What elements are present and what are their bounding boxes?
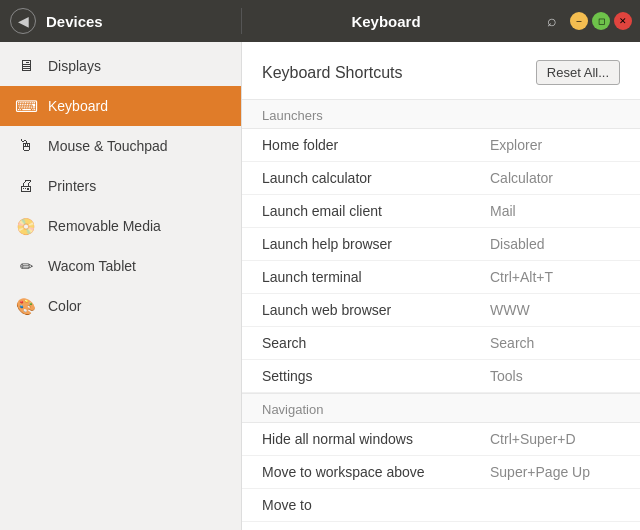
sidebar-item-keyboard[interactable]: ⌨Keyboard (0, 86, 241, 126)
shortcut-key: WWW (490, 302, 620, 318)
shortcut-key: Tools (490, 368, 620, 384)
shortcut-name: Settings (262, 368, 490, 384)
sidebar-label-removable: Removable Media (48, 218, 161, 234)
shortcuts-table: LaunchersHome folderExplorerLaunch calcu… (242, 99, 640, 522)
sidebar-item-printers[interactable]: 🖨Printers (0, 166, 241, 206)
minimize-button[interactable]: – (570, 12, 588, 30)
shortcut-row[interactable]: Launch help browserDisabled (242, 228, 640, 261)
shortcut-row[interactable]: SearchSearch (242, 327, 640, 360)
minimize-icon: – (576, 16, 581, 26)
close-icon: ✕ (619, 16, 627, 26)
sidebar-item-removable[interactable]: 📀Removable Media (0, 206, 241, 246)
mouse-icon: 🖱 (16, 136, 36, 156)
shortcut-key: Mail (490, 203, 620, 219)
shortcut-key: Search (490, 335, 620, 351)
titlebar-center: Keyboard (242, 13, 530, 30)
shortcut-name: Move to (262, 497, 490, 513)
color-icon: 🎨 (16, 296, 36, 316)
shortcut-row[interactable]: Hide all normal windowsCtrl+Super+D (242, 423, 640, 456)
shortcut-row[interactable]: Launch calculatorCalculator (242, 162, 640, 195)
section-header-launchers: Launchers (242, 99, 640, 129)
displays-icon: 🖥 (16, 56, 36, 76)
shortcut-key: Ctrl+Super+D (490, 431, 620, 447)
shortcut-row[interactable]: Move to (242, 489, 640, 522)
shortcut-name: Launch help browser (262, 236, 490, 252)
titlebar: ◀ Devices Keyboard ⌕ – ◻ ✕ (0, 0, 640, 42)
sidebar-item-wacom[interactable]: ✏Wacom Tablet (0, 246, 241, 286)
shortcut-name: Launch calculator (262, 170, 490, 186)
keyboard-icon: ⌨ (16, 96, 36, 116)
shortcut-key: Disabled (490, 236, 620, 252)
shortcut-name: Search (262, 335, 490, 351)
search-button[interactable]: ⌕ (538, 7, 566, 35)
shortcut-row[interactable]: Home folderExplorer (242, 129, 640, 162)
maximize-button[interactable]: ◻ (592, 12, 610, 30)
content-title: Keyboard Shortcuts (262, 64, 403, 82)
shortcut-name: Launch terminal (262, 269, 490, 285)
reset-all-button[interactable]: Reset All... (536, 60, 620, 85)
shortcut-row[interactable]: Launch email clientMail (242, 195, 640, 228)
content-area: Keyboard Shortcuts Reset All... Launcher… (242, 42, 640, 530)
sidebar-item-mouse[interactable]: 🖱Mouse & Touchpad (0, 126, 241, 166)
section-title: Devices (46, 13, 103, 30)
center-title: Keyboard (351, 13, 420, 30)
wacom-icon: ✏ (16, 256, 36, 276)
shortcut-key: Super+Page Up (490, 464, 620, 480)
shortcut-name: Move to workspace above (262, 464, 490, 480)
sidebar-label-displays: Displays (48, 58, 101, 74)
shortcut-key: Calculator (490, 170, 620, 186)
close-button[interactable]: ✕ (614, 12, 632, 30)
sidebar-label-keyboard: Keyboard (48, 98, 108, 114)
main-layout: 🖥Displays⌨Keyboard🖱Mouse & Touchpad🖨Prin… (0, 42, 640, 530)
shortcut-key: Ctrl+Alt+T (490, 269, 620, 285)
shortcut-name: Home folder (262, 137, 490, 153)
back-button[interactable]: ◀ (10, 8, 36, 34)
maximize-icon: ◻ (598, 16, 605, 26)
shortcut-name: Launch email client (262, 203, 490, 219)
section-header-navigation: Navigation (242, 393, 640, 423)
printers-icon: 🖨 (16, 176, 36, 196)
sidebar-item-color[interactable]: 🎨Color (0, 286, 241, 326)
back-icon: ◀ (18, 13, 29, 29)
titlebar-left: ◀ Devices (0, 8, 242, 34)
shortcut-row[interactable]: Launch web browserWWW (242, 294, 640, 327)
sidebar-label-wacom: Wacom Tablet (48, 258, 136, 274)
shortcut-row[interactable]: Move to workspace aboveSuper+Page Up (242, 456, 640, 489)
search-icon: ⌕ (547, 12, 557, 30)
titlebar-right: ⌕ – ◻ ✕ (530, 7, 640, 35)
shortcut-name: Launch web browser (262, 302, 490, 318)
sidebar-item-displays[interactable]: 🖥Displays (0, 46, 241, 86)
shortcut-name: Hide all normal windows (262, 431, 490, 447)
shortcut-row[interactable]: SettingsTools (242, 360, 640, 393)
sidebar-label-mouse: Mouse & Touchpad (48, 138, 168, 154)
shortcut-key: Explorer (490, 137, 620, 153)
content-header: Keyboard Shortcuts Reset All... (242, 42, 640, 99)
shortcut-row[interactable]: Launch terminalCtrl+Alt+T (242, 261, 640, 294)
sidebar-label-color: Color (48, 298, 81, 314)
removable-icon: 📀 (16, 216, 36, 236)
sidebar-label-printers: Printers (48, 178, 96, 194)
sidebar: 🖥Displays⌨Keyboard🖱Mouse & Touchpad🖨Prin… (0, 42, 242, 530)
